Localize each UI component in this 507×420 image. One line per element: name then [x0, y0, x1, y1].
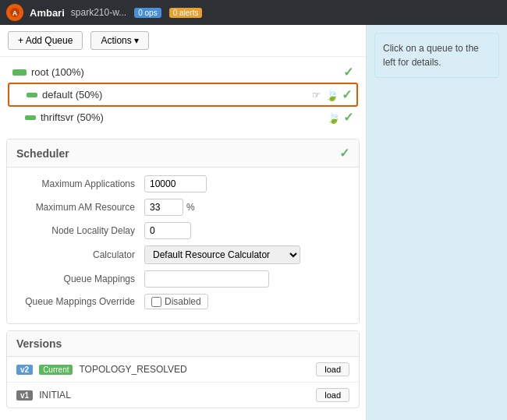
queue-toolbar: + Add Queue Actions ▾: [0, 25, 366, 57]
queue-mappings-override-label: Queue Mappings Override: [20, 296, 144, 307]
scheduler-check-icon: ✓: [339, 146, 349, 161]
leaf-icon-thriftsvr: 🍃: [327, 111, 340, 124]
max-applications-input[interactable]: [144, 175, 207, 192]
main-container: + Add Queue Actions ▾ root (100%) ✓ defa…: [0, 25, 507, 420]
disabled-label: Disabled: [165, 296, 201, 307]
queue-mappings-override-row: Queue Mappings Override Disabled: [20, 294, 346, 309]
queue-label-thriftsvr: thriftsvr (50%): [41, 111, 322, 123]
v2-badge: v2: [16, 365, 33, 375]
scheduler-body: Maximum Applications Maximum AM Resource…: [7, 168, 359, 323]
max-applications-row: Maximum Applications: [20, 175, 346, 192]
check-icon-default: ✓: [342, 87, 352, 102]
left-panel: + Add Queue Actions ▾ root (100%) ✓ defa…: [0, 25, 367, 420]
ambari-logo-icon: A: [9, 7, 20, 18]
max-am-resource-input[interactable]: [144, 199, 183, 216]
queue-icons-root: ✓: [343, 65, 353, 79]
node-locality-input[interactable]: [144, 222, 191, 239]
alerts-badge[interactable]: 0 alerts: [169, 8, 203, 18]
versions-section: Versions v2 Current TOPOLOGY_RESOLVED lo…: [6, 330, 360, 408]
max-am-resource-label: Maximum AM Resource: [20, 202, 144, 213]
versions-title: Versions: [16, 337, 62, 350]
queue-label-root: root (100%): [31, 66, 339, 78]
node-locality-row: Node Locality Delay: [20, 222, 346, 239]
app-logo: A: [6, 4, 23, 21]
navbar: A Ambari spark210-w... 0 ops 0 alerts: [0, 0, 507, 25]
calculator-label: Calculator: [20, 249, 144, 260]
svg-text:A: A: [12, 9, 18, 17]
calculator-select[interactable]: Default Resource Calculator Dominant Res…: [144, 245, 300, 264]
queue-list: root (100%) ✓ default (50%) ☞ 🍃 ✓ thrift…: [0, 57, 366, 132]
ops-badge[interactable]: 0 ops: [134, 8, 161, 18]
queue-mappings-input[interactable]: [144, 270, 269, 288]
disabled-checkbox-label[interactable]: Disabled: [144, 294, 208, 309]
queue-row-root[interactable]: root (100%) ✓: [8, 62, 358, 83]
hint-text: Click on a queue to the left for details…: [383, 43, 479, 68]
v2-version-name: TOPOLOGY_RESOLVED: [79, 364, 310, 375]
v2-load-button[interactable]: load: [316, 362, 349, 376]
disabled-checkbox[interactable]: [151, 297, 161, 307]
queue-row-default[interactable]: default (50%) ☞ 🍃 ✓: [8, 83, 358, 107]
scheduler-header: Scheduler ✓: [7, 139, 359, 168]
queue-row-thriftsvr[interactable]: thriftsvr (50%) 🍃 ✓: [8, 107, 358, 128]
check-icon-root: ✓: [343, 65, 353, 79]
version-row-v1: v1 INITIAL load: [7, 383, 359, 408]
current-badge: Current: [39, 365, 73, 375]
app-name: Ambari: [30, 7, 65, 19]
max-applications-label: Maximum Applications: [20, 178, 144, 189]
actions-button[interactable]: Actions ▾: [90, 31, 149, 50]
versions-header: Versions: [7, 331, 359, 357]
add-queue-button[interactable]: + Add Queue: [8, 31, 83, 50]
hint-box: Click on a queue to the left for details…: [374, 33, 499, 78]
scheduler-title: Scheduler: [16, 147, 69, 160]
queue-mappings-label: Queue Mappings: [20, 274, 144, 284]
cluster-name: spark210-w...: [71, 7, 126, 18]
queue-icons-thriftsvr: 🍃 ✓: [327, 110, 353, 125]
v1-badge: v1: [16, 390, 33, 401]
queue-label-default: default (50%): [42, 89, 307, 101]
queue-indicator-thriftsvr: [25, 115, 36, 120]
scheduler-section: Scheduler ✓ Maximum Applications Maximum…: [6, 139, 360, 324]
check-icon-thriftsvr: ✓: [343, 110, 353, 125]
version-row-v2: v2 Current TOPOLOGY_RESOLVED load: [7, 357, 359, 383]
leaf-icon-default: 🍃: [325, 89, 339, 101]
queue-indicator-root: [12, 69, 27, 76]
max-am-resource-row: Maximum AM Resource %: [20, 199, 346, 216]
calculator-row: Calculator Default Resource Calculator D…: [20, 245, 346, 264]
queue-indicator-default: [27, 93, 37, 97]
queue-mappings-row: Queue Mappings: [20, 270, 346, 288]
queue-icons-default: 🍃 ✓: [325, 87, 352, 102]
right-panel: Click on a queue to the left for details…: [367, 25, 507, 420]
cursor-icon: ☞: [312, 90, 321, 101]
v1-load-button[interactable]: load: [316, 388, 349, 402]
node-locality-label: Node Locality Delay: [20, 225, 144, 236]
v1-version-name: INITIAL: [39, 390, 310, 401]
am-resource-unit: %: [186, 202, 195, 213]
